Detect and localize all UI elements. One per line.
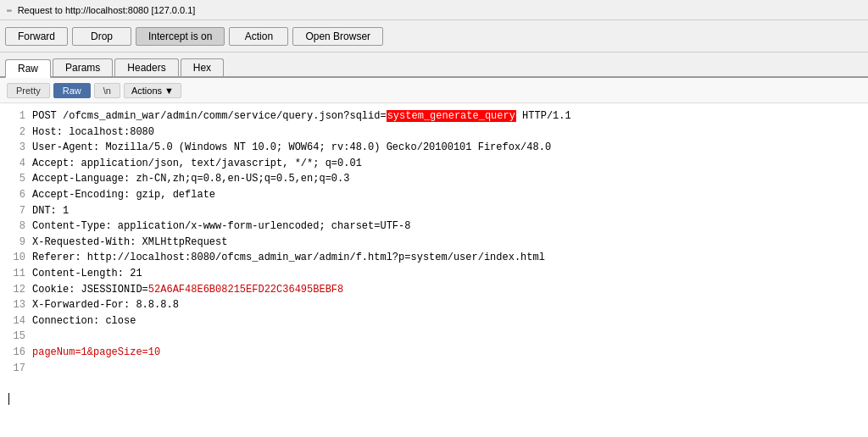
tab2-pretty[interactable]: Pretty	[7, 83, 50, 98]
table-row: 13X-Forwarded-For: 8.8.8.8	[8, 297, 860, 313]
tab-bar-1: Raw Params Headers Hex	[0, 53, 868, 78]
line-text: Content-Type: application/x-www-form-url…	[32, 218, 410, 235]
line-number: 17	[8, 361, 25, 377]
table-row: 15	[8, 329, 860, 345]
table-row: 14Connection: close	[8, 313, 860, 329]
cursor-line	[8, 393, 860, 405]
line-number: 11	[8, 266, 25, 282]
line-text: pageNum=1&pageSize=10	[32, 345, 160, 361]
toolbar: Forward Drop Intercept is on Action Open…	[0, 20, 868, 53]
table-row: 11Content-Length: 21	[8, 266, 860, 282]
actions-button[interactable]: Actions ▼	[124, 83, 181, 98]
drop-button[interactable]: Drop	[72, 27, 131, 46]
line-text: X-Forwarded-For: 8.8.8.8	[32, 297, 179, 313]
line-text: Referer: http://localhost:8080/ofcms_adm…	[32, 250, 545, 266]
table-row: 16pageNum=1&pageSize=10	[8, 345, 860, 361]
edit-icon: ✏	[7, 4, 13, 15]
line-text: Accept-Language: zh-CN,zh;q=0.8,en-US;q=…	[32, 171, 349, 187]
table-row: 9X-Requested-With: XMLHttpRequest	[8, 235, 860, 251]
line-number: 16	[8, 345, 25, 361]
line-number: 3	[8, 140, 25, 156]
table-row: 17	[8, 361, 860, 377]
table-row: 7DNT: 1	[8, 203, 860, 219]
line-text: Cookie: JSESSIONID=52A6AF48E6B08215EFD22…	[32, 282, 343, 298]
line-number: 14	[8, 313, 25, 329]
tab2-ln[interactable]: \n	[94, 83, 120, 98]
open-browser-button[interactable]: Open Browser	[292, 27, 383, 46]
tab-hex[interactable]: Hex	[181, 58, 224, 76]
line-number: 6	[8, 187, 25, 203]
action-button[interactable]: Action	[229, 27, 288, 46]
tab-bar-2: Pretty Raw \n Actions ▼	[0, 78, 868, 103]
line-text: Host: localhost:8080	[32, 124, 154, 141]
line-text: DNT: 1	[32, 203, 69, 219]
request-content[interactable]: 1POST /ofcms_admin_war/admin/comm/servic…	[0, 103, 868, 437]
line-text: X-Requested-With: XMLHttpRequest	[32, 235, 227, 251]
chevron-down-icon: ▼	[164, 86, 174, 96]
line-text: Connection: close	[32, 313, 136, 329]
title-bar-text: Request to http://localhost:8080 [127.0.…	[18, 5, 196, 15]
table-row: 3User-Agent: Mozilla/5.0 (Windows NT 10.…	[8, 140, 860, 156]
tab-raw[interactable]: Raw	[5, 59, 51, 78]
line-number: 4	[8, 156, 25, 172]
forward-button[interactable]: Forward	[5, 27, 68, 46]
actions-label: Actions	[131, 86, 162, 96]
line-number: 13	[8, 297, 25, 313]
table-row: 12Cookie: JSESSIONID=52A6AF48E6B08215EFD…	[8, 282, 860, 298]
title-bar: ✏ Request to http://localhost:8080 [127.…	[0, 0, 868, 20]
table-row: 1POST /ofcms_admin_war/admin/comm/servic…	[8, 108, 860, 124]
line-text: POST /ofcms_admin_war/admin/comm/service…	[32, 108, 571, 124]
line-number: 1	[8, 108, 25, 124]
line-text: Content-Length: 21	[32, 266, 142, 282]
line-number: 9	[8, 235, 25, 251]
line-number: 8	[8, 218, 25, 235]
table-row: 6Accept-Encoding: gzip, deflate	[8, 187, 860, 203]
line-number: 12	[8, 282, 25, 298]
table-row: 8Content-Type: application/x-www-form-ur…	[8, 218, 860, 235]
line-text: Accept: application/json, text/javascrip…	[32, 156, 362, 172]
line-number: 15	[8, 329, 25, 345]
tab-params[interactable]: Params	[53, 58, 113, 76]
table-row: 10Referer: http://localhost:8080/ofcms_a…	[8, 250, 860, 266]
line-number: 10	[8, 250, 25, 266]
tab-headers[interactable]: Headers	[114, 58, 178, 76]
table-row: 4Accept: application/json, text/javascri…	[8, 156, 860, 172]
line-text: User-Agent: Mozilla/5.0 (Windows NT 10.0…	[32, 140, 551, 156]
text-cursor	[8, 393, 9, 405]
line-number: 7	[8, 203, 25, 219]
intercept-button[interactable]: Intercept is on	[136, 27, 225, 46]
tab2-raw[interactable]: Raw	[53, 83, 91, 98]
table-row: 5Accept-Language: zh-CN,zh;q=0.8,en-US;q…	[8, 171, 860, 187]
line-text: Accept-Encoding: gzip, deflate	[32, 187, 215, 203]
table-row: 2Host: localhost:8080	[8, 124, 860, 141]
line-number: 2	[8, 124, 25, 141]
line-number: 5	[8, 171, 25, 187]
